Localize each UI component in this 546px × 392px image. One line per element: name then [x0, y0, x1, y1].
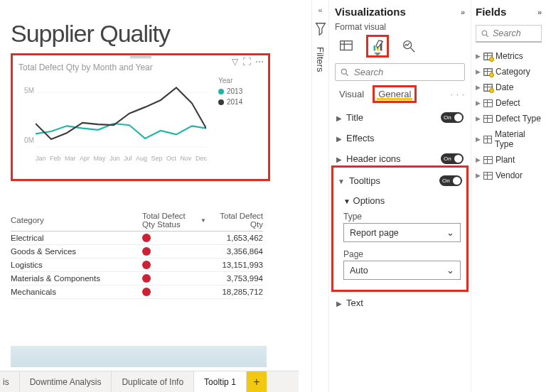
status-dot-icon [142, 247, 151, 256]
svg-point-12 [482, 31, 487, 36]
chevron-right-icon: ▶ [476, 53, 481, 60]
tab-general[interactable]: General [374, 87, 415, 102]
status-dot-icon [142, 288, 151, 296]
chevron-down-icon: ▼ [338, 178, 345, 185]
collapse-right-icon[interactable]: » [461, 8, 465, 16]
field-table[interactable]: ▶Defect Type [476, 111, 542, 126]
chevron-right-icon: ▶ [336, 135, 342, 143]
page-tab[interactable]: Duplicate of Info [112, 371, 194, 392]
chart-plot-area[interactable]: 5M 0M [18, 77, 213, 155]
format-visual-label: Format visual [335, 22, 465, 32]
col-qty[interactable]: Total Defect Qty [206, 212, 263, 229]
chart-lines [36, 77, 206, 155]
tooltip-page-dropdown[interactable]: Auto⌄ [343, 261, 461, 280]
section-tooltips[interactable]: ▼Tooltips On [336, 170, 464, 191]
chart-legend: Year 2013 2014 [213, 77, 262, 155]
col-status[interactable]: Total Defect Qty Status ▼ [142, 212, 206, 229]
title-toggle[interactable]: On [441, 112, 464, 123]
table-icon [483, 156, 493, 164]
chevron-right-icon: ▶ [476, 115, 481, 122]
y-tick: 0M [24, 136, 34, 144]
x-axis-labels: JanFebMarAprMayJunJulAugSepOctNovDec [18, 155, 207, 162]
format-visual-icon[interactable] [368, 36, 387, 56]
legend-item[interactable]: 2013 [218, 87, 262, 95]
status-dot-icon [142, 234, 151, 242]
y-tick: 5M [24, 87, 34, 94]
bookmark-icon[interactable] [313, 21, 328, 37]
tabs-overflow-icon[interactable]: · · · [451, 90, 465, 99]
svg-line-13 [486, 35, 488, 37]
chevron-right-icon: ▶ [476, 99, 481, 107]
table-icon [483, 68, 493, 76]
fields-search-input[interactable]: Search [476, 25, 542, 43]
page-tab-active[interactable]: Tooltip 1 [194, 371, 247, 392]
visualizations-panel: Visualizations » Format visual Search Vi… [328, 0, 471, 392]
search-placeholder: Search [354, 67, 383, 77]
search-icon [481, 29, 490, 38]
format-search-input[interactable]: Search [335, 63, 465, 81]
filters-label: Filters [315, 47, 326, 72]
fields-panel-title: Fields [476, 6, 506, 18]
tooltip-page-label: Page [336, 245, 464, 261]
sort-caret-icon[interactable]: ▼ [200, 217, 206, 224]
section-header-icons[interactable]: ▶Header icons On [335, 148, 465, 169]
table-row[interactable]: Mechanicals18,285,712 [11, 285, 263, 299]
svg-line-9 [411, 48, 415, 53]
field-table[interactable]: ▶Metrics [476, 48, 542, 64]
tooltip-type-label: Type [336, 207, 464, 223]
svg-point-10 [341, 69, 346, 74]
table-header-row: Category Total Defect Qty Status ▼ Total… [11, 209, 263, 232]
svg-rect-5 [374, 45, 376, 50]
collapse-right-icon[interactable]: » [537, 8, 542, 16]
tab-visual[interactable]: Visual [335, 87, 368, 102]
tooltips-toggle[interactable]: On [439, 175, 462, 186]
section-effects[interactable]: ▶Effects [335, 128, 465, 148]
table-icon [483, 115, 493, 123]
table-row[interactable]: Electrical1,653,462 [11, 232, 263, 245]
field-table[interactable]: ▶Vendor [476, 168, 542, 183]
page-tab[interactable]: is [0, 371, 20, 392]
more-options-icon[interactable]: ⋯ [255, 57, 264, 67]
field-table[interactable]: ▶Date [476, 80, 542, 95]
category-table[interactable]: Category Total Defect Qty Status ▼ Total… [11, 209, 263, 299]
focus-mode-icon[interactable]: ⛶ [242, 57, 251, 67]
status-dot-icon [142, 274, 151, 283]
search-icon [340, 67, 350, 77]
chevron-down-icon: ▼ [343, 197, 350, 205]
line-chart-visual[interactable]: ▽ ⛶ ⋯ Total Defect Qty by Month and Year… [11, 53, 270, 181]
table-row[interactable]: Goods & Services3,356,864 [11, 245, 263, 258]
analytics-icon[interactable] [399, 36, 419, 56]
fields-panel: Fields » Search ▶Metrics ▶Category ▶Date… [471, 0, 546, 392]
table-row[interactable]: Logistics13,151,993 [11, 258, 263, 272]
field-table[interactable]: ▶Plant [476, 152, 542, 168]
legend-item[interactable]: 2014 [218, 98, 262, 106]
add-page-button[interactable]: + [247, 371, 267, 392]
chevron-right-icon: ▶ [336, 156, 342, 163]
svg-rect-2 [341, 41, 353, 50]
section-title[interactable]: ▶Title On [335, 107, 465, 128]
chart-title: Total Defect Qty by Month and Year [18, 62, 262, 72]
field-table[interactable]: ▶Category [476, 64, 542, 80]
section-text[interactable]: ▶Text [335, 293, 465, 313]
field-table[interactable]: ▶Defect [476, 95, 542, 111]
section-tooltips-block: ▼Tooltips On ▼ Options Type Report page⌄… [335, 169, 465, 288]
filter-icon[interactable]: ▽ [232, 57, 238, 67]
chevron-right-icon: ▶ [476, 84, 481, 91]
chevron-right-icon: ▶ [476, 136, 481, 143]
tooltip-type-dropdown[interactable]: Report page⌄ [343, 223, 461, 242]
expand-left-icon[interactable]: « [318, 6, 322, 14]
report-canvas: Supplier Quality ▽ ⛶ ⋯ Total Defect Qty … [0, 0, 311, 392]
chevron-down-icon: ⌄ [446, 265, 454, 276]
build-visual-icon[interactable] [336, 36, 356, 56]
table-icon [483, 84, 493, 92]
section-options[interactable]: ▼ Options [336, 191, 464, 207]
field-table[interactable]: ▶Material Type [476, 126, 542, 152]
page-tab[interactable]: Downtime Analysis [20, 371, 112, 392]
col-category[interactable]: Category [11, 216, 142, 224]
search-placeholder: Search [493, 28, 521, 38]
map-visual[interactable] [11, 346, 267, 367]
filters-pane-collapsed[interactable]: « Filters [311, 0, 328, 392]
header-icons-toggle[interactable]: On [441, 153, 464, 164]
table-row[interactable]: Materials & Components3,753,994 [11, 272, 263, 285]
drag-handle-icon[interactable] [130, 55, 151, 58]
